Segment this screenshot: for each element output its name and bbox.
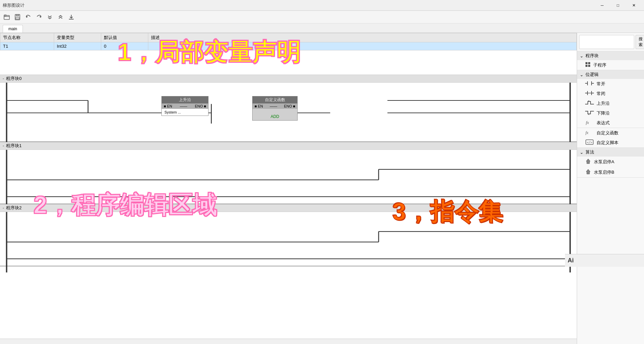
svg-rect-35 — [588, 65, 590, 67]
up-all-button[interactable] — [56, 12, 65, 22]
cell-name: T1 — [0, 42, 54, 50]
collapse-block-2[interactable]: - — [3, 206, 4, 210]
sidebar-section-algorithm-header[interactable]: ⌄ 算法 — [577, 148, 644, 157]
ladder-svg-2 — [0, 212, 577, 272]
chevron-down-icon: ⌄ — [580, 53, 583, 58]
normally-closed-label: 常闭 — [597, 91, 605, 97]
subprocess-label: 子程序 — [593, 62, 606, 68]
horizontal-scrollbar[interactable] — [0, 339, 577, 344]
sidebar-section-algorithm-label: 算法 — [585, 149, 594, 155]
svg-rect-3 — [16, 14, 19, 16]
sidebar-section-program-blocks-header[interactable]: ⌄ 程序块 — [577, 51, 644, 60]
export-button[interactable] — [67, 12, 76, 22]
sidebar-section-bit-logic-label: 位逻辑 — [585, 72, 599, 78]
program-block-1-content — [0, 150, 577, 210]
normally-open-label: 常开 — [597, 81, 605, 87]
program-block-0-header[interactable]: - 程序块0 — [0, 75, 577, 83]
rising-edge-sidebar-icon — [585, 100, 594, 106]
custom-func-title: 自定义函数 — [253, 96, 297, 103]
sidebar-section-algorithm: ⌄ 算法 水泵启停A 水泵启停B — [577, 148, 644, 178]
program-area[interactable]: 2，程序编辑区域 3，指令集 - 程序块0 — [0, 75, 577, 339]
sidebar-search: 搜索 — [577, 33, 644, 51]
title-bar-controls: ─ □ ✕ — [595, 0, 641, 11]
svg-rect-0 — [4, 15, 9, 19]
sidebar-item-normally-open[interactable]: 常开 — [577, 79, 644, 89]
title-bar: 梯形图设计 ─ □ ✕ — [0, 0, 644, 11]
tab-bar: main — [0, 24, 644, 33]
normally-open-icon — [585, 81, 594, 87]
close-button[interactable]: ✕ — [626, 0, 641, 11]
rising-edge-subtext: System ... — [164, 110, 181, 114]
collapse-block-1[interactable]: - — [3, 143, 4, 148]
center-area: 节点名称 变量类型 默认值 描述 T1 Int32 0 1，局部变量声 — [0, 33, 577, 344]
sidebar-item-falling-edge[interactable]: 下降沿 — [577, 108, 644, 118]
sidebar-item-expression[interactable]: fx 表达式 — [577, 118, 644, 128]
rising-edge-block[interactable]: 上升沿 ■ EN —— ENO ■ System ... — [161, 96, 209, 116]
sidebar-section-custom: fx 自定义函数 </> 自定义脚本 — [577, 128, 644, 148]
sidebar-item-subprocess[interactable]: 子程序 — [577, 60, 644, 70]
redo-button[interactable] — [34, 12, 44, 22]
sidebar-item-normally-closed[interactable]: 常闭 — [577, 89, 644, 98]
program-block-0: - 程序块0 — [0, 75, 577, 142]
maximize-button[interactable]: □ — [610, 0, 626, 11]
sidebar-item-pump-b[interactable]: 水泵启停B — [577, 167, 644, 177]
minimize-button[interactable]: ─ — [595, 0, 610, 11]
sidebar-item-rising-edge[interactable]: 上升沿 — [577, 98, 644, 108]
subprocess-icon — [585, 62, 591, 68]
pump-b-label: 水泵启停B — [594, 169, 614, 175]
rising-edge-ports: ■ EN —— ENO ■ — [162, 103, 208, 109]
svg-marker-5 — [26, 16, 28, 18]
tab-main[interactable]: main — [3, 25, 23, 33]
normally-closed-icon — [585, 90, 594, 97]
custom-func-dash: —— — [270, 104, 277, 108]
custom-func-sidebar-icon: fx — [585, 130, 594, 136]
undo-button[interactable] — [24, 12, 33, 22]
sidebar-section-bit-logic-header[interactable]: ⌄ 位逻辑 — [577, 70, 644, 79]
cell-type: Int32 — [54, 42, 101, 50]
ai-label: Ai — [577, 254, 644, 267]
sidebar-item-custom-func[interactable]: fx 自定义函数 — [577, 128, 644, 138]
sidebar-section-program-blocks: ⌄ 程序块 子程序 — [577, 51, 644, 70]
program-block-2-header[interactable]: - 程序块2 — [0, 204, 577, 212]
custom-script-icon: </> — [585, 139, 594, 146]
svg-rect-33 — [588, 62, 590, 64]
svg-text:fx: fx — [585, 130, 589, 135]
sidebar-item-custom-script[interactable]: </> 自定义脚本 — [577, 138, 644, 147]
custom-func-block[interactable]: 自定义函数 ■ EN —— ENO ■ ADD — [252, 96, 298, 121]
ladder-svg-1 — [0, 150, 577, 210]
rising-edge-eno: ENO ■ — [195, 104, 206, 108]
col-header-type: 变量类型 — [54, 33, 101, 42]
svg-rect-1 — [4, 15, 6, 16]
sidebar-section-bit-logic: ⌄ 位逻辑 常开 — [577, 70, 644, 128]
pump-a-icon — [585, 158, 591, 165]
collapse-block-0[interactable]: - — [3, 76, 4, 81]
svg-text:fx: fx — [586, 120, 589, 125]
program-block-0-content: 上升沿 ■ EN —— ENO ■ System ... 自定义函数 — [0, 83, 577, 143]
right-sidebar: 搜索 ⌄ 程序块 子程序 ⌄ 位逻辑 — [577, 33, 644, 344]
falling-edge-icon — [585, 110, 594, 116]
chevron-down-icon-bit: ⌄ — [580, 72, 583, 77]
main-layout: 节点名称 变量类型 默认值 描述 T1 Int32 0 1，局部变量声 — [0, 33, 644, 344]
table-row[interactable]: T1 Int32 0 — [0, 42, 577, 50]
custom-func-eno: ENO ■ — [284, 104, 295, 108]
rising-edge-dash: —— — [180, 104, 187, 108]
sidebar-item-pump-a[interactable]: 水泵启停A — [577, 157, 644, 167]
rising-edge-en: ■ EN — [164, 104, 172, 108]
open-button[interactable] — [2, 12, 11, 22]
col-header-desc: 描述 — [148, 33, 577, 42]
down-all-button[interactable] — [45, 12, 54, 22]
search-input[interactable] — [579, 35, 634, 49]
pump-b-icon — [585, 169, 591, 176]
title-bar-text: 梯形图设计 — [3, 2, 25, 8]
save-button[interactable] — [13, 12, 22, 22]
custom-script-sidebar-label: 自定义脚本 — [597, 140, 618, 146]
col-header-name: 节点名称 — [0, 33, 54, 42]
expression-icon: fx — [585, 120, 594, 126]
custom-func-body: ADD — [253, 109, 297, 120]
expression-sidebar-label: 表达式 — [597, 120, 610, 126]
program-block-1-header[interactable]: - 程序块1 — [0, 142, 577, 150]
svg-rect-32 — [585, 62, 588, 64]
search-button[interactable]: 搜索 — [636, 35, 644, 49]
sidebar-section-program-blocks-label: 程序块 — [585, 53, 599, 59]
custom-func-ports: ■ EN —— ENO ■ — [253, 103, 297, 109]
